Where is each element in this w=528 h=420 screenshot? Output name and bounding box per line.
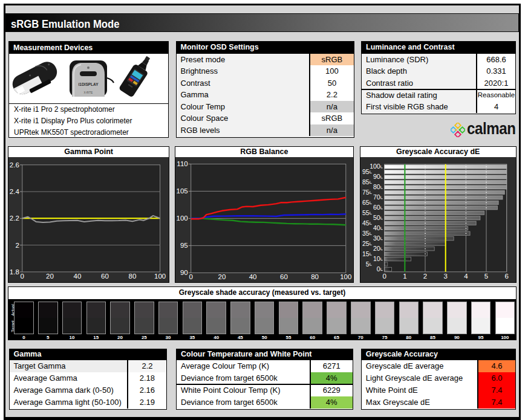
svg-text:100: 100 [370,163,380,170]
svg-text:0: 0 [189,273,192,280]
svg-text:0: 0 [21,272,24,279]
svg-text:95: 95 [180,242,188,249]
svg-text:60: 60 [373,204,380,211]
svg-text:X-RITE: X-RITE [84,91,93,94]
svg-text:2.4: 2.4 [10,188,20,195]
svg-text:2: 2 [423,272,426,279]
svg-text:80: 80 [373,183,380,190]
svg-text:60: 60 [280,273,288,280]
svg-text:40: 40 [373,224,380,231]
svg-text:5: 5 [366,260,370,267]
svg-text:80: 80 [311,273,319,280]
svg-text:110: 110 [177,160,187,167]
svg-text:5: 5 [484,272,487,279]
svg-text:100: 100 [177,215,188,222]
svg-text:80: 80 [129,272,137,279]
svg-text:100: 100 [340,273,351,280]
svg-text:100: 100 [154,272,166,279]
svg-text:4: 4 [464,272,468,279]
svg-text:40: 40 [249,273,257,280]
svg-text:45: 45 [362,219,370,226]
svg-text:90: 90 [180,269,188,276]
svg-text:0: 0 [377,265,380,273]
svg-text:i1DISPLAY: i1DISPLAY [79,82,99,86]
svg-text:30: 30 [373,234,380,242]
svg-text:95: 95 [362,167,370,175]
svg-text:20: 20 [46,272,54,279]
svg-text:1.8: 1.8 [10,268,19,275]
svg-text:60: 60 [101,272,109,279]
svg-text:20: 20 [373,245,380,252]
svg-text:3: 3 [443,272,447,279]
svg-text:105: 105 [177,187,188,195]
svg-text:2.6: 2.6 [10,161,19,168]
svg-text:35: 35 [362,229,370,236]
svg-text:15: 15 [362,250,370,257]
svg-text:10: 10 [373,255,380,262]
svg-text:1: 1 [403,272,406,279]
svg-text:2.2: 2.2 [10,215,19,222]
svg-text:40: 40 [74,272,82,279]
svg-text:25: 25 [362,239,370,247]
svg-text:2: 2 [15,241,19,248]
svg-text:70: 70 [373,193,380,201]
svg-text:55: 55 [362,208,370,216]
svg-text:0: 0 [382,272,386,279]
svg-text:75: 75 [362,188,370,195]
svg-text:20: 20 [218,273,226,280]
svg-text:50: 50 [373,214,380,221]
svg-text:6: 6 [504,272,508,279]
svg-text:90: 90 [373,173,380,180]
svg-text:85: 85 [362,178,370,185]
svg-text:65: 65 [362,198,370,205]
